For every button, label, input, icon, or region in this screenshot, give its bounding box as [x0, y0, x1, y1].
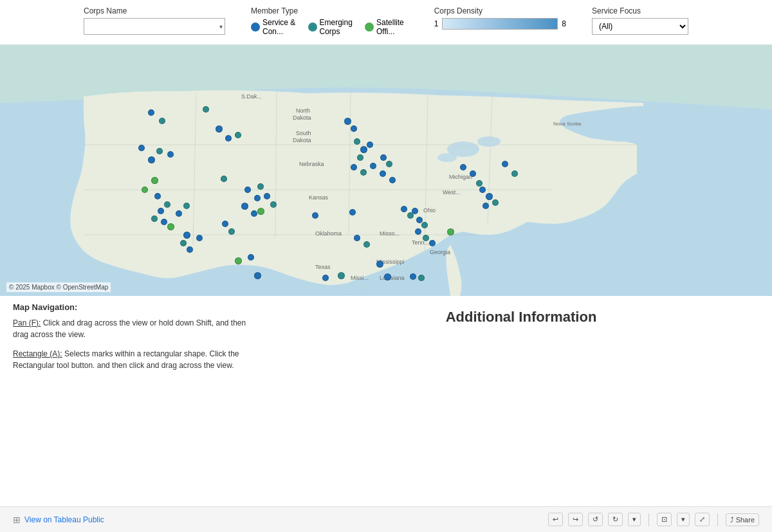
svg-text:Michigan: Michigan [449, 174, 472, 180]
emerging-dot [308, 23, 317, 32]
svg-text:Mississippi: Mississippi [376, 259, 405, 265]
view-button[interactable]: ⊡ [657, 513, 672, 526]
fullscreen-button[interactable]: ⤢ [695, 513, 710, 526]
map-container[interactable]: North Dakota South Dakota Nebraska Kansa… [0, 45, 772, 296]
corps-name-label: Corps Name [84, 6, 225, 15]
svg-text:Dakota: Dakota [293, 115, 311, 121]
svg-text:Misso...: Misso... [380, 230, 400, 237]
service-dot [251, 23, 260, 32]
svg-text:West...: West... [443, 189, 461, 196]
corps-name-input[interactable] [84, 18, 225, 35]
footer-left: ⊞ View on Tableau Public [13, 515, 104, 525]
additional-info-title: Additional Information [446, 309, 597, 379]
additional-info: Additional Information [270, 302, 772, 379]
satellite-dot [365, 23, 374, 32]
legend-service: Service & Con... [251, 18, 300, 36]
density-min: 1 [434, 19, 439, 28]
service-focus-select[interactable]: (All) Conservation Education Housing Dis… [592, 18, 688, 35]
corps-name-filter: Corps Name ▾ [84, 6, 225, 37]
svg-text:Louisiana: Louisiana [380, 275, 405, 281]
footer-divider-2 [717, 513, 718, 526]
svg-text:Nova Scotia: Nova Scotia [553, 121, 582, 127]
filter-bar: Corps Name ▾ Member Type Service & Con..… [0, 0, 772, 45]
legend-items: Service & Con... Emerging Corps Satellit… [251, 18, 409, 36]
corps-density-label: Corps Density [434, 6, 566, 15]
service-focus-label: Service Focus [592, 6, 688, 15]
revert-button[interactable]: ↺ [588, 513, 603, 526]
legend-service-label: Service & Con... [262, 18, 300, 36]
revert-dropdown[interactable]: ▾ [628, 513, 641, 526]
share-icon: ⤴ [730, 516, 734, 524]
rectangle-key: Rectangle (A): [13, 349, 62, 358]
forward-button[interactable]: ↻ [608, 513, 623, 526]
redo-button[interactable]: ↪ [568, 513, 583, 526]
density-slider[interactable] [442, 18, 558, 30]
svg-text:Texas: Texas [315, 264, 331, 270]
svg-point-11 [437, 153, 457, 162]
tableau-link[interactable]: View on Tableau Public [24, 515, 104, 524]
member-type-filter: Member Type Service & Con... Emerging Co… [251, 6, 409, 36]
legend-satellite: Satellite Offi... [365, 18, 409, 36]
tableau-grid-icon: ⊞ [13, 515, 21, 525]
service-focus-filter: Service Focus (All) Conservation Educati… [592, 6, 688, 35]
density-row: 1 8 [434, 18, 566, 30]
svg-text:Missi...: Missi... [351, 275, 369, 281]
footer-right: ↩ ↪ ↺ ↻ ▾ ⊡ ▾ ⤢ ⤴ Share [548, 513, 759, 526]
tableau-footer: ⊞ View on Tableau Public ↩ ↪ ↺ ↻ ▾ ⊡ ▾ ⤢… [0, 506, 772, 532]
svg-text:Dakota: Dakota [293, 137, 311, 143]
pan-desc: Click and drag across the view or hold d… [13, 318, 246, 339]
footer-divider-1 [648, 513, 649, 526]
svg-text:Nebraska: Nebraska [299, 161, 324, 167]
map-svg: North Dakota South Dakota Nebraska Kansa… [0, 45, 772, 296]
bottom-section: Map Navigation: Pan (F): Click and drag … [0, 296, 772, 379]
map-copyright: © 2025 Mapbox © OpenStreetMap [6, 282, 111, 292]
undo-button[interactable]: ↩ [548, 513, 563, 526]
member-type-label: Member Type [251, 6, 409, 15]
svg-text:Ohio: Ohio [423, 207, 436, 214]
svg-text:Tenn...: Tenn... [412, 239, 429, 246]
map-nav-title: Map Navigation: [13, 302, 257, 312]
svg-text:Oklahoma: Oklahoma [315, 230, 342, 237]
corps-density-filter: Corps Density 1 8 [434, 6, 566, 30]
svg-point-10 [477, 136, 501, 147]
svg-text:South: South [296, 130, 311, 136]
view-dropdown[interactable]: ▾ [677, 513, 690, 526]
pan-nav: Pan (F): Click and drag across the view … [13, 317, 257, 340]
svg-text:S.Dak...: S.Dak... [241, 93, 262, 100]
rectangle-nav: Rectangle (A): Selects marks within a re… [13, 348, 257, 371]
map-nav: Map Navigation: Pan (F): Click and drag … [0, 302, 270, 379]
svg-text:Georgia: Georgia [430, 249, 450, 255]
legend-emerging: Emerging Corps [308, 18, 358, 36]
share-button[interactable]: ⤴ Share [726, 513, 759, 526]
share-label: Share [736, 516, 755, 524]
legend-emerging-label: Emerging Corps [320, 18, 358, 36]
svg-text:Kansas: Kansas [309, 194, 329, 201]
legend-satellite-label: Satellite Offi... [376, 18, 409, 36]
density-max: 8 [562, 19, 566, 28]
pan-key: Pan (F): [13, 318, 41, 327]
svg-text:North: North [296, 107, 310, 114]
